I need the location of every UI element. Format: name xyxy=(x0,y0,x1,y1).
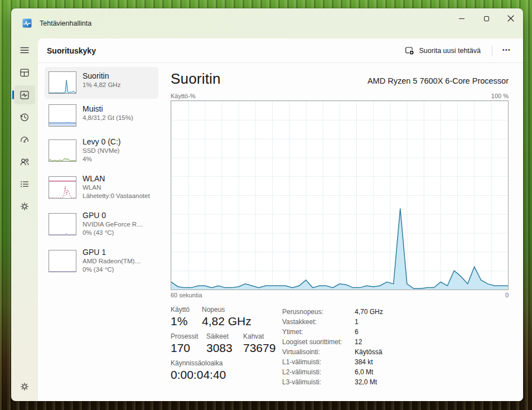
metric-title: Suoritin xyxy=(83,71,120,81)
navigation-rail xyxy=(11,38,38,401)
metric-title: GPU 1 xyxy=(83,248,141,257)
nav-startup-apps[interactable] xyxy=(14,130,35,149)
users-icon xyxy=(19,156,30,167)
gpu1-sparkline xyxy=(49,250,76,272)
titlebar[interactable]: Tehtävienhallinta xyxy=(11,8,523,38)
cpu-detail-pane: Suoritin AMD Ryzen 5 7600X 6-Core Proces… xyxy=(162,63,523,401)
uptime-label: Käynnissäoloaika xyxy=(171,359,226,368)
metric-subtitle: NVIDIA GeForce R… xyxy=(83,220,143,229)
metric-subtitle: 4,8/31,2 Gt (15%) xyxy=(83,114,133,122)
maximize-button[interactable] xyxy=(474,8,499,28)
stat-label: Käyttö xyxy=(171,306,202,314)
metric-item-memory[interactable]: Muisti 4,8/31,2 Gt (15%) xyxy=(45,100,158,132)
stat-label: Nopeus xyxy=(202,306,252,314)
metric-item-cpu[interactable]: Suoritin 1% 4,82 GHz xyxy=(45,67,158,99)
gpu0-sparkline xyxy=(49,213,76,235)
processes-count: 170 xyxy=(171,341,206,355)
header-divider xyxy=(492,45,492,56)
close-button[interactable] xyxy=(499,8,523,28)
run-new-task-label: Suorita uusi tehtävä xyxy=(419,47,481,55)
task-manager-window: Tehtävienhallinta xyxy=(11,8,523,401)
metric-subtitle2: Lähetetty:0 Vastaanotet xyxy=(83,192,150,200)
processes-icon xyxy=(19,67,30,78)
stat-label: Kahvat xyxy=(243,332,275,341)
spec-value: 6 xyxy=(355,327,359,337)
metric-subtitle: 1% 4,82 GHz xyxy=(83,81,120,89)
metric-item-disk[interactable]: Levy 0 (C:) SSD (NVMe) 4% xyxy=(45,133,158,168)
metric-item-gpu0[interactable]: GPU 0 NVIDIA GeForce R… 0% (43 °C) xyxy=(45,206,158,242)
cpu-utilization-value: 1% xyxy=(171,314,202,329)
spec-label: Ytimet: xyxy=(282,327,355,337)
nav-services[interactable] xyxy=(14,197,35,216)
spec-label: Vastakkeet: xyxy=(282,317,355,327)
metric-item-gpu1[interactable]: GPU 1 AMD Radeon(TM)… 0% (34 °C) xyxy=(45,243,158,279)
stat-label: Säikeet xyxy=(206,332,243,341)
details-icon xyxy=(19,179,30,190)
handles-count: 73679 xyxy=(243,341,275,355)
metric-title: WLAN xyxy=(83,174,150,184)
y-axis-max-label: 100 % xyxy=(491,93,509,99)
metric-title: GPU 0 xyxy=(83,211,143,220)
wlan-sparkline xyxy=(49,176,76,199)
nav-app-history[interactable] xyxy=(14,108,35,127)
memory-sparkline xyxy=(49,104,76,127)
cpu-speed-value: 4,82 GHz xyxy=(202,314,252,329)
spec-value: 32,0 Mt xyxy=(355,377,377,387)
spec-label: L3-välimuisti: xyxy=(282,377,355,387)
settings-button[interactable] xyxy=(14,377,35,396)
metric-item-wlan[interactable]: WLAN WLAN Lähetetty:0 Vastaanotet xyxy=(45,170,158,205)
nav-performance[interactable] xyxy=(14,85,35,104)
minimize-icon xyxy=(459,18,465,19)
run-new-task-button[interactable]: Suorita uusi tehtävä xyxy=(399,42,486,59)
cpu-usage-area-series xyxy=(171,101,508,290)
spec-label: Loogiset suorittimet: xyxy=(282,337,355,347)
page-header: Suorituskyky Suorita uusi tehtävä ••• xyxy=(38,38,523,63)
x-axis-left-label: 60 sekuntia xyxy=(171,292,202,298)
metric-title: Muisti xyxy=(83,104,133,114)
disk-sparkline xyxy=(49,139,76,162)
metric-subtitle: SSD (NVMe) xyxy=(83,147,120,155)
menu-toggle-button[interactable] xyxy=(14,41,35,60)
main-panel: Suorituskyky Suorita uusi tehtävä ••• xyxy=(38,38,523,401)
metric-subtitle2: 0% (34 °C) xyxy=(83,266,141,274)
close-icon xyxy=(507,15,514,22)
nav-users[interactable] xyxy=(14,152,35,171)
app-icon xyxy=(22,18,32,28)
metric-subtitle2: 0% (43 °C) xyxy=(83,229,143,237)
cpu-sparkline xyxy=(49,71,76,94)
cpu-usage-chart xyxy=(171,100,509,290)
metric-subtitle: AMD Radeon(TM)… xyxy=(83,257,141,266)
performance-icon xyxy=(19,89,30,100)
more-options-button[interactable]: ••• xyxy=(498,44,515,57)
spec-value: Käytössä xyxy=(355,347,382,357)
metric-subtitle2: 4% xyxy=(83,155,120,163)
performance-metric-list: Suoritin 1% 4,82 GHz Muisti 4,8/31,2 Gt … xyxy=(38,63,162,401)
spec-label: L2-välimuisti: xyxy=(282,367,355,377)
nav-details[interactable] xyxy=(14,175,35,194)
cpu-model-name: AMD Ryzen 5 7600X 6-Core Processor xyxy=(367,76,509,85)
cpu-spec-list: Perusnopeus:4,70 GHz Vastakkeet:1 Ytimet… xyxy=(282,307,383,387)
page-title: Suorituskyky xyxy=(47,46,96,55)
x-axis-right-label: 0 xyxy=(505,292,509,298)
y-axis-label: Käyttö-% xyxy=(171,93,196,99)
services-icon xyxy=(19,201,30,212)
maximize-icon xyxy=(484,16,489,21)
startup-apps-icon xyxy=(19,134,30,145)
uptime-value: 0:00:04:40 xyxy=(171,368,226,382)
gear-icon xyxy=(19,381,30,392)
window-title: Tehtävienhallinta xyxy=(40,20,91,27)
metric-title: Levy 0 (C:) xyxy=(83,137,120,147)
hamburger-icon xyxy=(19,45,30,56)
desktop-wallpaper: { "colors": { "accent_blue": "#0067c0", … xyxy=(0,0,532,410)
spec-value: 12 xyxy=(355,337,362,347)
threads-count: 3083 xyxy=(206,341,243,355)
spec-label: L1-välimuisti: xyxy=(282,357,355,367)
new-task-icon xyxy=(405,46,414,55)
metric-subtitle: WLAN xyxy=(83,184,150,192)
minimize-button[interactable] xyxy=(449,8,474,28)
app-history-icon xyxy=(19,112,30,123)
nav-processes[interactable] xyxy=(14,63,35,82)
spec-value: 6,0 Mt xyxy=(355,367,373,377)
stat-label: Prosessit xyxy=(171,332,206,341)
spec-label: Virtualisointi: xyxy=(282,347,355,357)
